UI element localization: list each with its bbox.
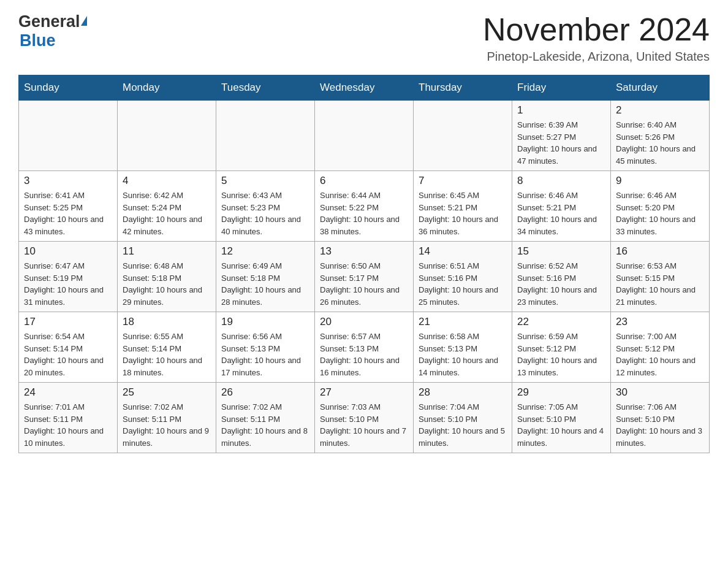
day-info: Sunrise: 6:47 AM Sunset: 5:19 PM Dayligh…	[24, 260, 112, 308]
day-number: 17	[24, 316, 112, 328]
calendar-cell: 11Sunrise: 6:48 AM Sunset: 5:18 PM Dayli…	[118, 242, 216, 312]
calendar-cell: 24Sunrise: 7:01 AM Sunset: 5:11 PM Dayli…	[19, 383, 118, 453]
calendar-header-thursday: Thursday	[414, 75, 512, 101]
calendar-cell: 19Sunrise: 6:56 AM Sunset: 5:13 PM Dayli…	[216, 312, 315, 383]
logo-general-text: General	[18, 12, 80, 31]
calendar-cell	[315, 101, 414, 171]
day-info: Sunrise: 7:01 AM Sunset: 5:11 PM Dayligh…	[24, 401, 112, 449]
calendar-table: SundayMondayTuesdayWednesdayThursdayFrid…	[18, 75, 710, 453]
calendar-cell: 10Sunrise: 6:47 AM Sunset: 5:19 PM Dayli…	[19, 242, 118, 312]
calendar-cell: 27Sunrise: 7:03 AM Sunset: 5:10 PM Dayli…	[315, 383, 414, 453]
calendar-week-row: 3Sunrise: 6:41 AM Sunset: 5:25 PM Daylig…	[19, 171, 710, 242]
day-info: Sunrise: 7:00 AM Sunset: 5:12 PM Dayligh…	[616, 331, 704, 378]
day-number: 24	[24, 386, 112, 399]
day-info: Sunrise: 6:53 AM Sunset: 5:15 PM Dayligh…	[616, 260, 704, 308]
calendar-cell	[118, 101, 216, 171]
day-info: Sunrise: 6:54 AM Sunset: 5:14 PM Dayligh…	[24, 331, 112, 378]
calendar-cell: 23Sunrise: 7:00 AM Sunset: 5:12 PM Dayli…	[611, 312, 710, 383]
calendar-header-sunday: Sunday	[19, 75, 118, 101]
day-number: 4	[123, 175, 211, 187]
day-info: Sunrise: 6:59 AM Sunset: 5:12 PM Dayligh…	[517, 331, 605, 378]
calendar-cell: 5Sunrise: 6:43 AM Sunset: 5:23 PM Daylig…	[216, 171, 315, 242]
calendar-cell: 15Sunrise: 6:52 AM Sunset: 5:16 PM Dayli…	[512, 242, 611, 312]
day-info: Sunrise: 6:41 AM Sunset: 5:25 PM Dayligh…	[24, 190, 112, 237]
calendar-week-row: 10Sunrise: 6:47 AM Sunset: 5:19 PM Dayli…	[19, 242, 710, 312]
day-number: 29	[517, 386, 605, 399]
calendar-cell: 7Sunrise: 6:45 AM Sunset: 5:21 PM Daylig…	[414, 171, 512, 242]
calendar-week-row: 1Sunrise: 6:39 AM Sunset: 5:27 PM Daylig…	[19, 101, 710, 171]
calendar-cell: 3Sunrise: 6:41 AM Sunset: 5:25 PM Daylig…	[19, 171, 118, 242]
day-info: Sunrise: 6:44 AM Sunset: 5:22 PM Dayligh…	[320, 190, 408, 237]
day-info: Sunrise: 6:40 AM Sunset: 5:26 PM Dayligh…	[616, 119, 704, 167]
calendar-cell: 20Sunrise: 6:57 AM Sunset: 5:13 PM Dayli…	[315, 312, 414, 383]
calendar-header-saturday: Saturday	[611, 75, 710, 101]
calendar-cell: 6Sunrise: 6:44 AM Sunset: 5:22 PM Daylig…	[315, 171, 414, 242]
day-info: Sunrise: 6:50 AM Sunset: 5:17 PM Dayligh…	[320, 260, 408, 308]
day-info: Sunrise: 6:46 AM Sunset: 5:21 PM Dayligh…	[517, 190, 605, 237]
calendar-header-friday: Friday	[512, 75, 611, 101]
day-number: 27	[320, 386, 408, 399]
calendar-cell: 4Sunrise: 6:42 AM Sunset: 5:24 PM Daylig…	[118, 171, 216, 242]
calendar-cell: 8Sunrise: 6:46 AM Sunset: 5:21 PM Daylig…	[512, 171, 611, 242]
calendar-cell: 26Sunrise: 7:02 AM Sunset: 5:11 PM Dayli…	[216, 383, 315, 453]
day-number: 28	[419, 386, 507, 399]
logo-blue-text: Blue	[20, 31, 56, 50]
day-info: Sunrise: 6:58 AM Sunset: 5:13 PM Dayligh…	[419, 331, 507, 378]
calendar-cell: 13Sunrise: 6:50 AM Sunset: 5:17 PM Dayli…	[315, 242, 414, 312]
calendar-cell: 16Sunrise: 6:53 AM Sunset: 5:15 PM Dayli…	[611, 242, 710, 312]
calendar-cell: 17Sunrise: 6:54 AM Sunset: 5:14 PM Dayli…	[19, 312, 118, 383]
calendar-cell: 12Sunrise: 6:49 AM Sunset: 5:18 PM Dayli…	[216, 242, 315, 312]
day-info: Sunrise: 6:39 AM Sunset: 5:27 PM Dayligh…	[517, 119, 605, 167]
day-number: 12	[221, 245, 309, 258]
day-number: 23	[616, 316, 704, 328]
calendar-header-row: SundayMondayTuesdayWednesdayThursdayFrid…	[19, 75, 710, 101]
day-info: Sunrise: 7:06 AM Sunset: 5:10 PM Dayligh…	[616, 401, 704, 449]
day-number: 22	[517, 316, 605, 328]
day-number: 11	[123, 245, 211, 258]
header: General Blue November 2024 Pinetop-Lakes…	[18, 12, 710, 64]
day-number: 15	[517, 245, 605, 258]
calendar-header-tuesday: Tuesday	[216, 75, 315, 101]
day-info: Sunrise: 6:56 AM Sunset: 5:13 PM Dayligh…	[221, 331, 309, 378]
day-info: Sunrise: 7:03 AM Sunset: 5:10 PM Dayligh…	[320, 401, 408, 449]
calendar-cell: 2Sunrise: 6:40 AM Sunset: 5:26 PM Daylig…	[611, 101, 710, 171]
calendar-cell	[414, 101, 512, 171]
day-number: 5	[221, 175, 309, 187]
day-number: 13	[320, 245, 408, 258]
calendar-header-wednesday: Wednesday	[315, 75, 414, 101]
day-number: 26	[221, 386, 309, 399]
calendar-cell	[19, 101, 118, 171]
day-number: 14	[419, 245, 507, 258]
day-info: Sunrise: 6:52 AM Sunset: 5:16 PM Dayligh…	[517, 260, 605, 308]
calendar-cell: 18Sunrise: 6:55 AM Sunset: 5:14 PM Dayli…	[118, 312, 216, 383]
day-info: Sunrise: 7:02 AM Sunset: 5:11 PM Dayligh…	[123, 401, 211, 449]
day-number: 25	[123, 386, 211, 399]
day-info: Sunrise: 7:05 AM Sunset: 5:10 PM Dayligh…	[517, 401, 605, 449]
calendar-cell: 9Sunrise: 6:46 AM Sunset: 5:20 PM Daylig…	[611, 171, 710, 242]
location-title: Pinetop-Lakeside, Arizona, United States	[483, 50, 710, 64]
day-number: 1	[517, 104, 605, 117]
day-number: 6	[320, 175, 408, 187]
day-number: 21	[419, 316, 507, 328]
day-number: 10	[24, 245, 112, 258]
day-number: 7	[419, 175, 507, 187]
calendar-cell	[216, 101, 315, 171]
day-info: Sunrise: 6:45 AM Sunset: 5:21 PM Dayligh…	[419, 190, 507, 237]
day-number: 9	[616, 175, 704, 187]
day-number: 19	[221, 316, 309, 328]
day-number: 16	[616, 245, 704, 258]
logo: General Blue	[18, 12, 87, 50]
calendar-cell: 25Sunrise: 7:02 AM Sunset: 5:11 PM Dayli…	[118, 383, 216, 453]
logo-triangle-icon	[81, 16, 87, 26]
day-info: Sunrise: 6:55 AM Sunset: 5:14 PM Dayligh…	[123, 331, 211, 378]
title-area: November 2024 Pinetop-Lakeside, Arizona,…	[483, 12, 710, 64]
calendar-cell: 1Sunrise: 6:39 AM Sunset: 5:27 PM Daylig…	[512, 101, 611, 171]
day-number: 30	[616, 386, 704, 399]
day-info: Sunrise: 6:48 AM Sunset: 5:18 PM Dayligh…	[123, 260, 211, 308]
day-info: Sunrise: 6:57 AM Sunset: 5:13 PM Dayligh…	[320, 331, 408, 378]
calendar-cell: 14Sunrise: 6:51 AM Sunset: 5:16 PM Dayli…	[414, 242, 512, 312]
day-info: Sunrise: 6:46 AM Sunset: 5:20 PM Dayligh…	[616, 190, 704, 237]
day-number: 2	[616, 104, 704, 117]
day-info: Sunrise: 6:43 AM Sunset: 5:23 PM Dayligh…	[221, 190, 309, 237]
calendar-cell: 22Sunrise: 6:59 AM Sunset: 5:12 PM Dayli…	[512, 312, 611, 383]
